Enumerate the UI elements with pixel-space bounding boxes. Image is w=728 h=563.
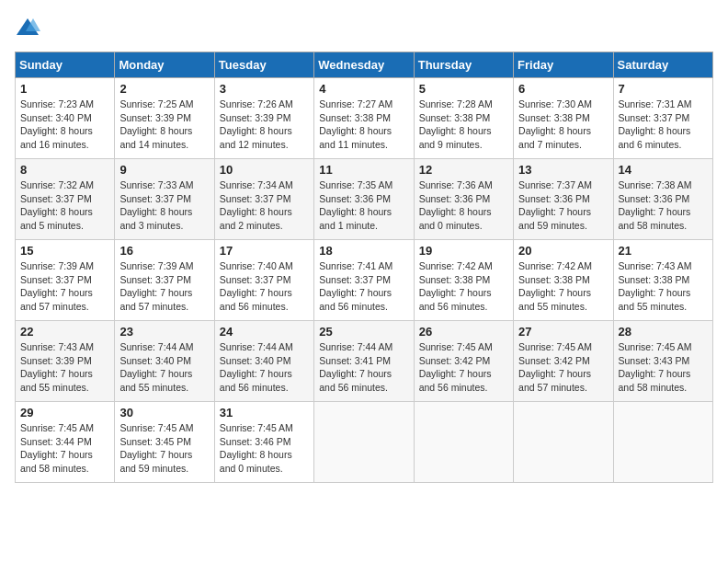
day-info: Sunrise: 7:28 AM Sunset: 3:38 PM Dayligh… (419, 98, 508, 152)
calendar-cell: 14Sunrise: 7:38 AM Sunset: 3:36 PM Dayli… (613, 159, 712, 240)
day-number: 7 (619, 82, 708, 96)
day-number: 28 (619, 325, 708, 339)
day-number: 31 (220, 406, 309, 419)
day-number: 3 (220, 82, 309, 96)
day-number: 2 (119, 82, 209, 96)
calendar-cell: 22Sunrise: 7:43 AM Sunset: 3:39 PM Dayli… (16, 321, 115, 402)
day-number: 15 (20, 244, 109, 258)
day-info: Sunrise: 7:38 AM Sunset: 3:36 PM Dayligh… (619, 178, 708, 233)
calendar-row: 1Sunrise: 7:23 AM Sunset: 3:40 PM Daylig… (16, 78, 713, 159)
day-number: 10 (220, 163, 309, 177)
day-number: 12 (419, 163, 508, 177)
calendar-cell (414, 402, 513, 483)
day-info: Sunrise: 7:45 AM Sunset: 3:44 PM Dayligh… (20, 421, 109, 476)
day-info: Sunrise: 7:30 AM Sunset: 3:38 PM Dayligh… (518, 98, 608, 152)
day-info: Sunrise: 7:37 AM Sunset: 3:36 PM Dayligh… (518, 178, 608, 233)
calendar-cell: 13Sunrise: 7:37 AM Sunset: 3:36 PM Dayli… (514, 159, 613, 240)
calendar-cell: 3Sunrise: 7:26 AM Sunset: 3:39 PM Daylig… (214, 78, 313, 159)
calendar-cell (613, 402, 712, 483)
calendar-cell: 2Sunrise: 7:25 AM Sunset: 3:39 PM Daylig… (115, 78, 214, 159)
calendar-table: SundayMondayTuesdayWednesdayThursdayFrid… (15, 52, 713, 483)
calendar-cell: 21Sunrise: 7:43 AM Sunset: 3:38 PM Dayli… (613, 240, 712, 321)
day-number: 17 (220, 244, 309, 258)
day-info: Sunrise: 7:33 AM Sunset: 3:37 PM Dayligh… (119, 178, 209, 233)
day-number: 14 (619, 163, 708, 177)
day-info: Sunrise: 7:43 AM Sunset: 3:39 PM Dayligh… (20, 340, 109, 395)
calendar-cell: 19Sunrise: 7:42 AM Sunset: 3:38 PM Dayli… (414, 240, 513, 321)
calendar-day-header: Friday (514, 52, 613, 78)
calendar-day-header: Sunday (16, 52, 115, 78)
day-number: 20 (518, 244, 608, 258)
calendar-cell (314, 402, 414, 483)
day-number: 1 (20, 82, 109, 96)
calendar-day-header: Wednesday (314, 52, 414, 78)
calendar-day-header: Tuesday (214, 52, 313, 78)
day-info: Sunrise: 7:42 AM Sunset: 3:38 PM Dayligh… (419, 259, 508, 314)
calendar-row: 8Sunrise: 7:32 AM Sunset: 3:37 PM Daylig… (16, 159, 713, 240)
day-number: 25 (319, 325, 408, 339)
calendar-cell: 23Sunrise: 7:44 AM Sunset: 3:40 PM Dayli… (115, 321, 214, 402)
day-number: 5 (419, 82, 508, 96)
day-number: 30 (119, 406, 209, 419)
day-info: Sunrise: 7:32 AM Sunset: 3:37 PM Dayligh… (20, 178, 109, 233)
day-number: 29 (20, 406, 109, 419)
calendar-row: 15Sunrise: 7:39 AM Sunset: 3:37 PM Dayli… (16, 240, 713, 321)
day-info: Sunrise: 7:44 AM Sunset: 3:41 PM Dayligh… (319, 340, 408, 395)
calendar-cell: 17Sunrise: 7:40 AM Sunset: 3:37 PM Dayli… (214, 240, 313, 321)
calendar-cell: 8Sunrise: 7:32 AM Sunset: 3:37 PM Daylig… (16, 159, 115, 240)
day-number: 26 (419, 325, 508, 339)
day-info: Sunrise: 7:45 AM Sunset: 3:43 PM Dayligh… (619, 340, 708, 395)
day-number: 16 (119, 244, 209, 258)
calendar-cell: 4Sunrise: 7:27 AM Sunset: 3:38 PM Daylig… (314, 78, 414, 159)
calendar-cell: 24Sunrise: 7:44 AM Sunset: 3:40 PM Dayli… (214, 321, 313, 402)
day-info: Sunrise: 7:45 AM Sunset: 3:45 PM Dayligh… (119, 421, 209, 476)
page-header (15, 15, 713, 40)
day-info: Sunrise: 7:27 AM Sunset: 3:38 PM Dayligh… (319, 98, 408, 152)
calendar-cell: 25Sunrise: 7:44 AM Sunset: 3:41 PM Dayli… (314, 321, 414, 402)
day-number: 23 (119, 325, 209, 339)
day-number: 24 (220, 325, 309, 339)
day-number: 11 (319, 163, 408, 177)
calendar-cell: 1Sunrise: 7:23 AM Sunset: 3:40 PM Daylig… (16, 78, 115, 159)
calendar-cell: 7Sunrise: 7:31 AM Sunset: 3:37 PM Daylig… (613, 78, 712, 159)
day-info: Sunrise: 7:42 AM Sunset: 3:38 PM Dayligh… (518, 259, 608, 314)
day-number: 27 (518, 325, 608, 339)
day-number: 22 (20, 325, 109, 339)
day-info: Sunrise: 7:40 AM Sunset: 3:37 PM Dayligh… (220, 259, 309, 314)
calendar-cell: 27Sunrise: 7:45 AM Sunset: 3:42 PM Dayli… (514, 321, 613, 402)
day-number: 6 (518, 82, 608, 96)
day-info: Sunrise: 7:45 AM Sunset: 3:46 PM Dayligh… (220, 421, 309, 476)
logo-icon (15, 15, 40, 40)
day-info: Sunrise: 7:26 AM Sunset: 3:39 PM Dayligh… (220, 98, 309, 152)
calendar-row: 29Sunrise: 7:45 AM Sunset: 3:44 PM Dayli… (16, 402, 713, 483)
day-info: Sunrise: 7:25 AM Sunset: 3:39 PM Dayligh… (119, 98, 209, 152)
calendar-cell: 10Sunrise: 7:34 AM Sunset: 3:37 PM Dayli… (214, 159, 313, 240)
calendar-body: 1Sunrise: 7:23 AM Sunset: 3:40 PM Daylig… (16, 78, 713, 483)
calendar-cell: 30Sunrise: 7:45 AM Sunset: 3:45 PM Dayli… (115, 402, 214, 483)
day-info: Sunrise: 7:39 AM Sunset: 3:37 PM Dayligh… (119, 259, 209, 314)
calendar-cell: 29Sunrise: 7:45 AM Sunset: 3:44 PM Dayli… (16, 402, 115, 483)
calendar-cell: 15Sunrise: 7:39 AM Sunset: 3:37 PM Dayli… (16, 240, 115, 321)
day-number: 18 (319, 244, 408, 258)
day-info: Sunrise: 7:36 AM Sunset: 3:36 PM Dayligh… (419, 178, 508, 233)
calendar-header-row: SundayMondayTuesdayWednesdayThursdayFrid… (16, 52, 713, 78)
day-number: 8 (20, 163, 109, 177)
calendar-cell: 6Sunrise: 7:30 AM Sunset: 3:38 PM Daylig… (514, 78, 613, 159)
day-info: Sunrise: 7:41 AM Sunset: 3:37 PM Dayligh… (319, 259, 408, 314)
calendar-row: 22Sunrise: 7:43 AM Sunset: 3:39 PM Dayli… (16, 321, 713, 402)
calendar-day-header: Saturday (613, 52, 712, 78)
day-number: 9 (119, 163, 209, 177)
calendar-cell: 11Sunrise: 7:35 AM Sunset: 3:36 PM Dayli… (314, 159, 414, 240)
calendar-cell: 20Sunrise: 7:42 AM Sunset: 3:38 PM Dayli… (514, 240, 613, 321)
day-info: Sunrise: 7:45 AM Sunset: 3:42 PM Dayligh… (419, 340, 508, 395)
day-info: Sunrise: 7:35 AM Sunset: 3:36 PM Dayligh… (319, 178, 408, 233)
day-number: 19 (419, 244, 508, 258)
day-info: Sunrise: 7:45 AM Sunset: 3:42 PM Dayligh… (518, 340, 608, 395)
calendar-cell: 28Sunrise: 7:45 AM Sunset: 3:43 PM Dayli… (613, 321, 712, 402)
calendar-cell: 16Sunrise: 7:39 AM Sunset: 3:37 PM Dayli… (115, 240, 214, 321)
calendar-cell: 5Sunrise: 7:28 AM Sunset: 3:38 PM Daylig… (414, 78, 513, 159)
calendar-cell: 9Sunrise: 7:33 AM Sunset: 3:37 PM Daylig… (115, 159, 214, 240)
calendar-day-header: Monday (115, 52, 214, 78)
calendar-cell (514, 402, 613, 483)
day-number: 21 (619, 244, 708, 258)
